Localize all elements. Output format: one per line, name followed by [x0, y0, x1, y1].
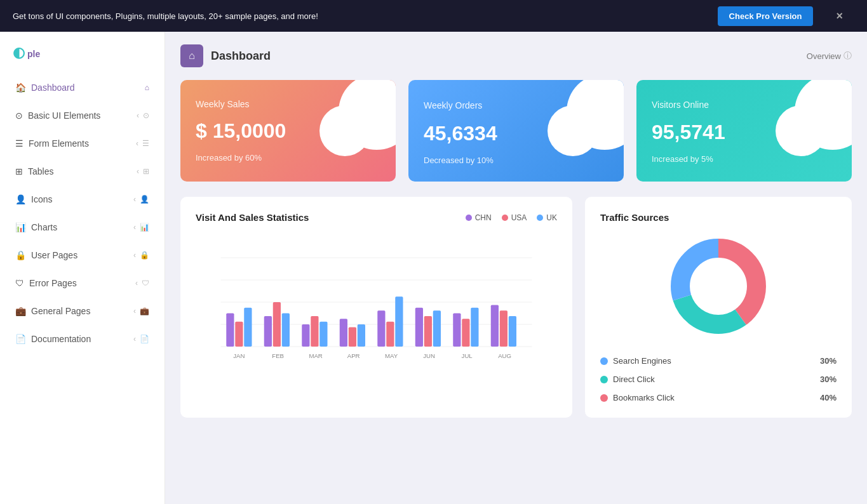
svg-rect-18: [358, 324, 365, 347]
chart-title: Visit And Sales Statistics: [196, 212, 309, 223]
check-pro-button[interactable]: Check Pro Version: [718, 6, 814, 26]
main-content: ⌂ Dashboard Overview ⓘ Weekly Sales: [165, 32, 867, 504]
traffic-dot-search: [600, 357, 608, 365]
traffic-percent-bookmarks: 40%: [820, 393, 837, 402]
svg-rect-9: [244, 308, 252, 347]
stat-icon-orders: [595, 95, 608, 116]
home-icon-right: ⌂: [145, 83, 149, 92]
stat-card-orders: Weekly Orders 45,6334 Decreased by 10%: [408, 80, 624, 182]
bar-chart-card: Visit And Sales Statistics CHN USA UK: [180, 197, 572, 418]
chevron-left-icon-charts: ‹: [133, 223, 136, 232]
sidebar-label-dashboard: Dashboard: [31, 83, 75, 93]
traffic-percent-direct: 30%: [820, 375, 837, 384]
svg-rect-30: [509, 316, 516, 347]
svg-point-42: [693, 261, 744, 312]
svg-rect-24: [433, 310, 441, 347]
sidebar-item-charts[interactable]: 📊 Charts ‹ 📊: [0, 213, 165, 241]
legend-uk: UK: [537, 213, 557, 222]
svg-rect-29: [500, 310, 507, 347]
donut-wrapper: [600, 229, 837, 343]
svg-rect-14: [311, 316, 318, 347]
sidebar-label-general-pages: General Pages: [31, 306, 90, 316]
overview-label: Overview: [807, 51, 841, 61]
tables-icon: ⊞: [15, 166, 23, 176]
svg-rect-13: [302, 324, 309, 347]
basic-ui-icon: ⊙: [15, 110, 23, 121]
svg-text:JUN: JUN: [423, 352, 435, 359]
charts-icon-right: 📊: [140, 223, 149, 232]
sidebar-item-user-pages[interactable]: 🔒 User Pages ‹ 🔒: [0, 241, 165, 269]
svg-rect-12: [282, 314, 290, 347]
sidebar-item-icons[interactable]: 👤 Icons ‹ 👤: [0, 185, 165, 213]
basic-ui-icon-right: ⊙: [143, 111, 149, 120]
svg-rect-16: [340, 319, 347, 347]
svg-rect-10: [264, 316, 272, 347]
svg-rect-27: [471, 308, 478, 347]
sidebar-item-form-elements[interactable]: ☰ Form Elements ‹ ☰: [0, 129, 165, 157]
traffic-label-direct: Direct Click: [613, 375, 655, 384]
sidebar-label-error-pages: Error Pages: [29, 278, 77, 288]
sidebar-item-general-pages[interactable]: 💼 General Pages ‹ 💼: [0, 297, 165, 325]
traffic-dot-direct: [600, 376, 608, 383]
svg-text:JUL: JUL: [462, 352, 473, 359]
svg-rect-11: [273, 302, 281, 347]
sidebar-label-basic-ui: Basic UI Elements: [28, 110, 100, 121]
stat-change-orders: Decreased by 10%: [424, 156, 608, 165]
stat-change-sales: Increased by 60%: [196, 153, 380, 162]
svg-rect-25: [453, 314, 460, 347]
legend-label-uk: UK: [546, 213, 557, 222]
chevron-left-icon-error-pages: ‹: [135, 279, 138, 288]
svg-rect-15: [319, 322, 327, 347]
legend-dot-uk: [537, 215, 543, 221]
sidebar-item-tables[interactable]: ⊞ Tables ‹ ⊞: [0, 157, 165, 185]
legend-chn: CHN: [466, 213, 492, 222]
svg-rect-8: [235, 322, 243, 347]
sidebar-label-tables: Tables: [28, 166, 53, 176]
chart-header: Visit And Sales Statistics CHN USA UK: [196, 212, 557, 223]
legend-label-chn: CHN: [475, 213, 492, 222]
sidebar-item-error-pages[interactable]: 🛡 Error Pages ‹ 🛡: [0, 269, 165, 297]
chevron-left-icon: ‹: [137, 111, 139, 120]
svg-rect-17: [349, 327, 356, 347]
sidebar-item-documentation[interactable]: 📄 Documentation ‹ 📄: [0, 325, 165, 353]
traffic-title: Traffic Sources: [600, 212, 837, 223]
svg-text:AUG: AUG: [498, 352, 511, 359]
user-pages-icon-right: 🔒: [140, 251, 149, 260]
svg-rect-28: [491, 305, 499, 347]
legend-usa: USA: [502, 213, 527, 222]
stat-label-sales: Weekly Sales: [196, 99, 250, 109]
dashboard-icon-box: ⌂: [180, 44, 203, 67]
traffic-label-bookmarks: Bookmarks Click: [613, 393, 675, 402]
traffic-legend-left-bookmarks: Bookmarks Click: [600, 393, 675, 402]
sidebar-item-dashboard[interactable]: 🏠 Dashboard ⌂: [0, 74, 165, 102]
legend-dot-usa: [502, 215, 508, 221]
sidebar-item-basic-ui[interactable]: ⊙ Basic UI Elements ‹ ⊙: [0, 102, 165, 129]
donut-chart: [661, 229, 776, 343]
svg-rect-22: [415, 308, 423, 347]
form-icon-right: ☰: [142, 139, 149, 148]
sidebar-label-user-pages: User Pages: [31, 250, 77, 260]
banner-close-button[interactable]: ×: [824, 4, 854, 28]
home-page-icon: ⌂: [189, 50, 195, 62]
charts-row: Visit And Sales Statistics CHN USA UK: [180, 197, 852, 418]
icons-icon: 👤: [15, 194, 26, 204]
top-banner: Get tons of UI components, Plugins, mult…: [0, 0, 867, 32]
stat-change-visitors: Increased by 5%: [652, 154, 837, 164]
svg-rect-20: [386, 322, 394, 347]
svg-text:MAR: MAR: [309, 352, 322, 359]
sidebar-label-documentation: Documentation: [31, 334, 91, 344]
bar-chart-area: JAN FEB MAR APR MAY JUN JUL AUG: [196, 235, 557, 388]
documentation-icon: 📄: [15, 334, 26, 344]
app-layout: ◐ple 🏠 Dashboard ⌂ ⊙ Basic UI Elements ‹…: [0, 32, 867, 504]
traffic-percent-search: 30%: [820, 356, 837, 366]
page-header-left: ⌂ Dashboard: [180, 44, 271, 67]
svg-marker-1: [821, 96, 835, 109]
chevron-left-icon-user-pages: ‹: [133, 251, 136, 260]
stat-card-visitors: Visitors Online 95,5741 Increased by 5%: [636, 80, 852, 182]
sidebar: ◐ple 🏠 Dashboard ⌂ ⊙ Basic UI Elements ‹…: [0, 32, 165, 504]
stat-icon-visitors: [820, 95, 837, 114]
banner-message: Get tons of UI components, Plugins, mult…: [13, 11, 318, 21]
svg-text:FEB: FEB: [272, 352, 284, 359]
icons-icon-right: 👤: [140, 195, 149, 204]
legend-label-usa: USA: [511, 213, 527, 222]
